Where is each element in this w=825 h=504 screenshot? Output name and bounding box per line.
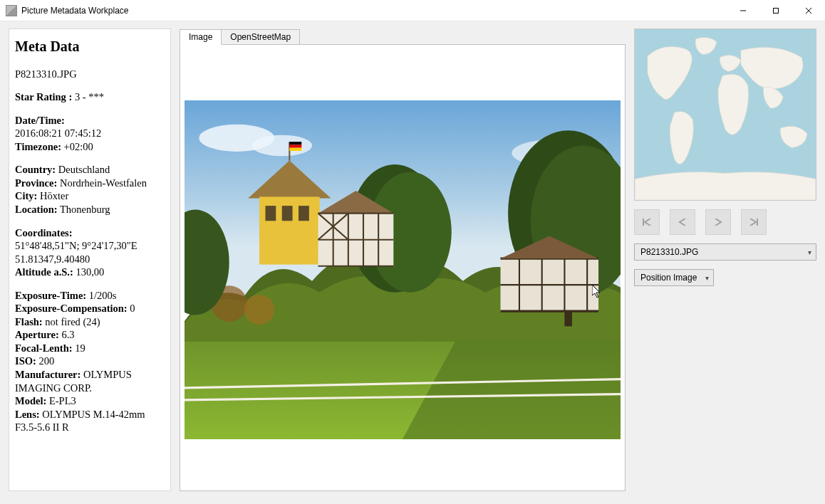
svg-rect-33 bbox=[299, 206, 309, 221]
country-label: Country: bbox=[15, 164, 56, 175]
datetime-block: Date/Time: 2016:08:21 07:45:12 Timezone:… bbox=[15, 114, 165, 154]
datetime-value: 2016:08:21 07:45:12 bbox=[15, 127, 101, 139]
focal-label: Focal-Lenth: bbox=[15, 342, 73, 354]
metadata-heading: Meta Data bbox=[15, 38, 165, 56]
nav-last-button[interactable] bbox=[741, 209, 767, 235]
timezone-label: Timezone: bbox=[15, 141, 61, 152]
city-label: City: bbox=[15, 190, 37, 201]
chevron-down-icon: ▾ bbox=[808, 248, 811, 256]
star-rating-value: 3 - *** bbox=[75, 91, 104, 103]
filename: P8213310.JPG bbox=[15, 68, 165, 81]
coords-dec: 51.81347,9.40480 bbox=[15, 253, 90, 265]
province-label: Province: bbox=[15, 177, 57, 189]
nav-next-button[interactable] bbox=[705, 209, 731, 235]
aperture-label: Aperture: bbox=[15, 329, 59, 340]
manufacturer-label: Manufacturer: bbox=[15, 369, 81, 380]
iso-label: ISO: bbox=[15, 355, 36, 367]
tab-strip: Image OpenStreetMap bbox=[180, 28, 626, 44]
nav-first-button[interactable] bbox=[634, 209, 660, 235]
location-value: Thonenburg bbox=[60, 204, 110, 215]
window-title: Picture Metadata Workplace bbox=[21, 6, 129, 16]
country-value: Deutschland bbox=[58, 164, 110, 175]
svg-rect-47 bbox=[289, 145, 301, 147]
flash-label: Flash: bbox=[15, 316, 43, 327]
world-map[interactable] bbox=[634, 28, 816, 201]
coords-dms: 51°48'48,51"N; 9°24'17,30"E bbox=[15, 240, 138, 251]
metadata-panel: Meta Data P8213310.JPG Star Rating : 3 -… bbox=[9, 28, 171, 491]
focal-value: 19 bbox=[75, 342, 85, 354]
timezone-value: +02:00 bbox=[64, 141, 93, 152]
city-value: Höxter bbox=[40, 190, 68, 201]
flash-value: not fired (24) bbox=[45, 316, 100, 327]
nav-button-row bbox=[634, 209, 816, 235]
action-selector-value: Position Image bbox=[640, 273, 697, 283]
province-value: Nordrhein-Westfalen bbox=[60, 177, 147, 189]
expcomp-value: 0 bbox=[130, 303, 135, 314]
tab-openstreetmap[interactable]: OpenStreetMap bbox=[221, 29, 300, 45]
exposure-value: 1/200s bbox=[89, 290, 117, 301]
close-button[interactable] bbox=[792, 0, 825, 21]
star-rating-row: Star Rating : 3 - *** bbox=[15, 90, 165, 104]
svg-point-14 bbox=[244, 295, 274, 325]
expcomp-label: Exposure-Compensation: bbox=[15, 303, 128, 314]
model-label: Model: bbox=[15, 395, 46, 406]
app-icon bbox=[6, 5, 17, 16]
chevron-down-icon: ▾ bbox=[705, 274, 709, 282]
datetime-label: Date/Time: bbox=[15, 115, 65, 126]
coords-block: Coordinates: 51°48'48,51"N; 9°24'17,30"E… bbox=[15, 226, 165, 279]
star-rating-label: Star Rating : bbox=[15, 91, 72, 103]
altitude-value: 130,00 bbox=[76, 266, 104, 278]
action-selector[interactable]: Position Image ▾ bbox=[634, 269, 714, 286]
image-preview bbox=[185, 100, 621, 439]
svg-point-6 bbox=[251, 135, 312, 157]
nav-prev-button[interactable] bbox=[670, 209, 695, 235]
minimize-button[interactable] bbox=[727, 0, 759, 21]
aperture-value: 6.3 bbox=[61, 329, 74, 340]
camera-block: Exposure-Time: 1/200s Exposure-Compensat… bbox=[15, 289, 165, 434]
right-panel: P8213310.JPG ▾ Position Image ▾ bbox=[634, 28, 816, 491]
maximize-button[interactable] bbox=[759, 0, 792, 21]
lens-label: Lens: bbox=[15, 409, 40, 420]
titlebar: Picture Metadata Workplace bbox=[0, 0, 825, 21]
exposure-label: Exposure-Time: bbox=[15, 290, 86, 301]
svg-rect-1 bbox=[774, 8, 779, 13]
center-panel: Image OpenStreetMap bbox=[180, 28, 626, 491]
svg-rect-48 bbox=[289, 148, 301, 151]
model-value: E-PL3 bbox=[49, 395, 76, 406]
tab-image[interactable]: Image bbox=[180, 29, 222, 45]
svg-rect-32 bbox=[282, 206, 293, 221]
svg-rect-46 bbox=[289, 142, 301, 145]
altitude-label: Altitude a.S.: bbox=[15, 266, 73, 278]
iso-value: 200 bbox=[38, 355, 54, 367]
file-selector-value: P8213310.JPG bbox=[640, 247, 698, 257]
svg-rect-31 bbox=[265, 206, 276, 221]
coords-label: Coordinates: bbox=[15, 227, 73, 238]
tab-body bbox=[180, 44, 626, 491]
client-area: Meta Data P8213310.JPG Star Rating : 3 -… bbox=[0, 21, 825, 504]
file-selector[interactable]: P8213310.JPG ▾ bbox=[634, 243, 816, 261]
location-block: Country: Deutschland Province: Nordrhein… bbox=[15, 163, 165, 216]
location-label: Location: bbox=[15, 204, 58, 215]
